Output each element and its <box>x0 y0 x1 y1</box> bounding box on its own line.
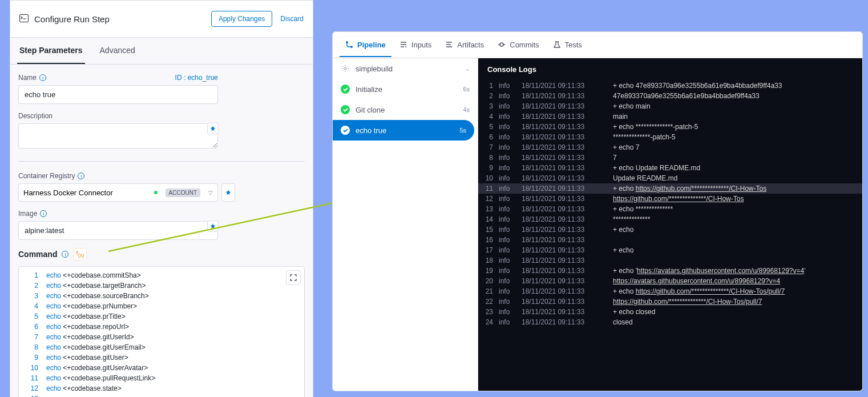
name-row: Namei ID : echo_true <box>18 74 305 104</box>
log-line: 8info18/11/2021 09:11:337 <box>478 153 862 163</box>
discard-button[interactable]: Discard <box>280 15 304 23</box>
log-line: 4info18/11/2021 09:11:33main <box>478 111 862 122</box>
svg-point-2 <box>346 41 348 43</box>
code-line[interactable]: 1echo <+codebase.commitSha> <box>19 270 304 280</box>
code-line[interactable]: 3echo <+codebase.sourceBranch> <box>19 291 304 301</box>
log-link[interactable]: https://github.com/**************/CI-How… <box>636 185 766 193</box>
log-line: 15info18/11/2021 09:11:33+ echo <box>478 224 862 235</box>
log-line: 24info18/11/2021 09:11:33closed <box>478 317 862 327</box>
info-icon[interactable]: i <box>78 173 84 179</box>
description-textarea[interactable] <box>18 123 218 149</box>
execution-tabs: Pipeline Inputs Artifacts Commits Tests <box>333 32 862 58</box>
svg-point-3 <box>350 46 353 48</box>
image-row: Imagei <box>18 210 305 240</box>
log-line: 22info18/11/2021 09:11:33https://github.… <box>478 296 862 307</box>
code-line[interactable]: 13 <box>19 394 304 397</box>
registry-row: Container Registryi Harness Docker Conne… <box>18 172 305 202</box>
chevron-down-icon: ▽ <box>208 190 213 196</box>
tab-label: Inputs <box>411 41 431 49</box>
expression-button[interactable]: f(x) <box>73 248 87 260</box>
check-icon <box>341 105 350 114</box>
code-line[interactable]: 7echo <+codebase.gitUserId> <box>19 332 304 342</box>
description-label: Description <box>18 112 305 120</box>
log-link[interactable]: https://avatars.githubusercontent.com/u/… <box>637 267 804 275</box>
svg-point-4 <box>405 46 406 47</box>
console-logs: Console Logs 1info18/11/2021 09:11:33+ e… <box>478 58 862 391</box>
commits-icon <box>498 41 506 49</box>
pin-button[interactable] <box>207 220 219 232</box>
code-line[interactable]: 6echo <+codebase.repoUrl> <box>19 322 304 332</box>
divider <box>18 161 305 162</box>
log-line: 3info18/11/2021 09:11:33+ echo main <box>478 101 862 111</box>
execution-body: simplebuild ⌄ Initialize6sGit clone4sech… <box>333 58 862 391</box>
description-row: Description <box>18 112 305 151</box>
tab-inputs[interactable]: Inputs <box>394 34 437 57</box>
log-line: 16info18/11/2021 09:11:33 <box>478 235 862 245</box>
fx-icon: f(x) <box>76 250 84 258</box>
code-line[interactable]: 9echo <+codebase.gitUser> <box>19 352 304 363</box>
tab-advanced[interactable]: Advanced <box>98 38 138 64</box>
log-link[interactable]: https://avatars.githubusercontent.com/u/… <box>613 277 780 285</box>
code-line[interactable]: 12echo <+codebase.state> <box>19 383 304 394</box>
code-line[interactable]: 4echo <+codebase.prNumber> <box>19 301 304 311</box>
step-row[interactable]: echo true5s <box>333 120 474 141</box>
configure-step-panel: Configure Run Step Apply Changes Discard… <box>10 0 313 397</box>
pin-button[interactable] <box>221 183 235 202</box>
command-editor[interactable]: 1echo <+codebase.commitSha>2echo <+codeb… <box>18 266 305 397</box>
registry-value: Harness Docker Connector <box>23 189 113 197</box>
image-input[interactable] <box>18 221 218 240</box>
code-line[interactable]: 5echo <+codebase.prTitle> <box>19 311 304 322</box>
step-duration: 4s <box>463 106 470 113</box>
svg-point-5 <box>500 43 503 46</box>
code-line[interactable]: 11echo <+codebase.pullRequestLink> <box>19 373 304 383</box>
check-icon <box>341 126 350 135</box>
pin-button[interactable] <box>207 123 219 134</box>
tab-artifacts[interactable]: Artifacts <box>439 34 490 57</box>
code-line[interactable]: 10echo <+codebase.gitUserAvatar> <box>19 363 304 373</box>
log-line: 5info18/11/2021 09:11:33+ echo *********… <box>478 122 862 132</box>
id-display: ID : echo_true <box>175 74 218 82</box>
expand-editor-button[interactable] <box>286 270 301 285</box>
pin-icon <box>210 223 216 229</box>
expand-icon <box>290 274 297 281</box>
code-line[interactable]: 8echo <+codebase.gitUserEmail> <box>19 342 304 352</box>
config-tabs: Step Parameters Advanced <box>10 38 313 65</box>
tab-label: Commits <box>510 41 539 49</box>
name-header: Namei ID : echo_true <box>18 74 218 82</box>
log-line: 12info18/11/2021 09:11:33https://github.… <box>478 194 862 204</box>
log-line: 21info18/11/2021 09:11:33+ echo https://… <box>478 286 862 296</box>
log-link[interactable]: https://github.com/**************/CI-How… <box>636 287 785 295</box>
info-icon[interactable]: i <box>40 210 47 217</box>
registry-connector-select[interactable]: Harness Docker Connector ACCOUNT ▽ <box>18 183 218 202</box>
pin-icon <box>225 190 231 195</box>
log-line: 6info18/11/2021 09:11:33**************-p… <box>478 132 862 142</box>
tab-tests[interactable]: Tests <box>547 34 588 57</box>
log-line: 11info18/11/2021 09:11:33+ echo https://… <box>478 183 862 194</box>
info-icon[interactable]: i <box>39 74 46 81</box>
stage-group[interactable]: simplebuild ⌄ <box>333 58 478 79</box>
log-link[interactable]: https://github.com/**************/CI-How… <box>613 195 744 203</box>
terminal-icon <box>19 14 29 24</box>
log-line: 14info18/11/2021 09:11:33************** <box>478 214 862 224</box>
artifacts-icon <box>445 41 453 49</box>
panel-title: Configure Run Step <box>19 14 110 24</box>
step-row[interactable]: Initialize6s <box>333 79 478 99</box>
step-row[interactable]: Git clone4s <box>333 99 478 120</box>
info-icon[interactable]: i <box>62 251 68 258</box>
log-line: 18info18/11/2021 09:11:33 <box>478 255 862 266</box>
pipeline-icon <box>345 41 353 49</box>
apply-changes-button[interactable]: Apply Changes <box>211 11 272 27</box>
tab-commits[interactable]: Commits <box>492 34 544 57</box>
log-line: 13info18/11/2021 09:11:33+ echo ********… <box>478 204 862 214</box>
command-row: Command i f(x) 1echo <+codebase.commitSh… <box>18 248 305 397</box>
check-icon <box>341 85 350 94</box>
tab-pipeline[interactable]: Pipeline <box>340 34 391 57</box>
panel-actions: Apply Changes Discard <box>211 11 304 27</box>
name-input[interactable] <box>18 85 218 104</box>
log-line: 19info18/11/2021 09:11:33+ echo 'https:/… <box>478 266 862 276</box>
name-label: Namei <box>18 74 46 82</box>
log-line: 10info18/11/2021 09:11:33Update README.m… <box>478 173 862 183</box>
tab-step-parameters[interactable]: Step Parameters <box>17 38 85 64</box>
log-link[interactable]: https://github.com/**************/CI-How… <box>613 298 762 306</box>
code-line[interactable]: 2echo <+codebase.targetBranch> <box>19 280 304 291</box>
